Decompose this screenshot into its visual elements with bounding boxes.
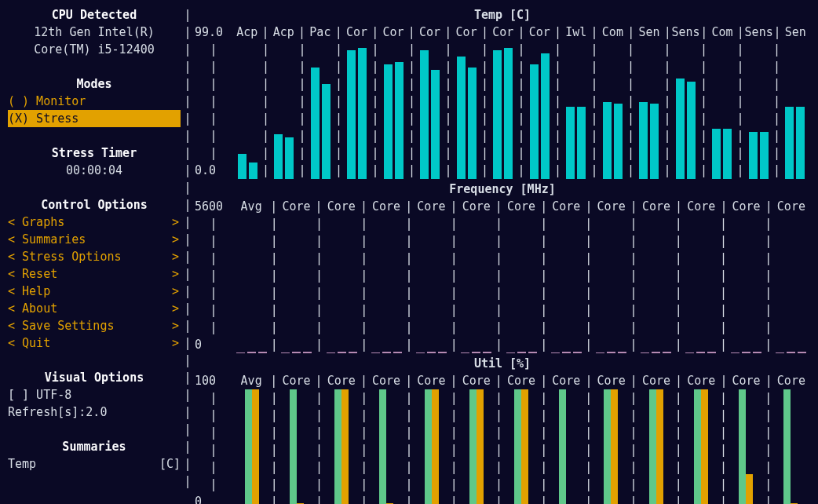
bars-column xyxy=(342,41,373,179)
chevron-right-icon: > xyxy=(172,300,179,317)
mode-stress-radio[interactable]: (X) Stress xyxy=(8,110,181,127)
column-separator: | xyxy=(481,24,488,41)
refresh-value[interactable]: Refresh[s]:2.0 xyxy=(8,404,181,421)
bars-column xyxy=(412,215,451,353)
divider-pipe: | xyxy=(184,41,191,58)
bar xyxy=(687,82,696,179)
column-separator: |||||||| xyxy=(299,41,305,179)
mode-monitor-radio[interactable]: ( ) Monitor xyxy=(8,93,181,110)
column-separator: |||||||| xyxy=(721,215,727,353)
control-summaries[interactable]: < Summaries > xyxy=(8,231,181,248)
control-label: < Quit xyxy=(8,334,50,352)
bars-column xyxy=(637,389,675,504)
bar xyxy=(707,352,716,353)
bars-column xyxy=(547,215,586,353)
control-about[interactable]: < About > xyxy=(8,300,181,317)
bars-column xyxy=(592,389,630,504)
divider-pipe: | xyxy=(184,438,191,455)
column-separator: | xyxy=(554,24,561,41)
bar xyxy=(796,107,805,179)
column-separator: |||||||| xyxy=(675,215,681,353)
control-help[interactable]: < Help > xyxy=(8,283,181,300)
divider-pipe: | xyxy=(184,110,191,127)
divider-pipe: | xyxy=(184,248,191,265)
utf8-checkbox[interactable]: [ ] UTF-8 xyxy=(8,386,181,404)
control-label: < Save Settings xyxy=(8,317,114,334)
control-reset[interactable]: < Reset > xyxy=(8,265,181,283)
column-separator: ||||||| xyxy=(451,389,457,504)
bar xyxy=(514,389,521,504)
bar xyxy=(604,389,611,504)
column-separator: |||||||| xyxy=(737,41,743,179)
column-label: Core xyxy=(777,198,805,215)
bar xyxy=(566,107,575,179)
bar xyxy=(712,129,721,179)
column-separator: |||||||| xyxy=(630,215,637,353)
bar xyxy=(341,389,349,504)
column-label: Core xyxy=(732,372,761,389)
control-label: < Stress Options xyxy=(8,248,122,265)
control-save-settings[interactable]: < Save Settings > xyxy=(8,317,181,334)
column-separator: ||||||| xyxy=(675,389,681,504)
bar xyxy=(258,352,267,353)
bars-column xyxy=(457,215,495,353)
bar xyxy=(731,352,739,353)
bar xyxy=(395,62,404,179)
util-chart: Util [%]100Avg|Core|Core|Core|Core|Core|… xyxy=(195,355,810,504)
bars-column xyxy=(232,215,271,353)
y-max-label: 99.0 xyxy=(195,24,232,41)
column-label: Acp xyxy=(273,24,294,41)
bar xyxy=(303,352,312,353)
divider-pipe: | xyxy=(184,162,191,179)
column-separator: | xyxy=(371,24,378,41)
column-separator: | xyxy=(408,24,415,41)
bars-column xyxy=(707,41,738,179)
column-separator: ||||||| xyxy=(361,389,367,504)
column-label: Core xyxy=(462,198,491,215)
column-separator: |||||||| xyxy=(555,41,561,179)
bars-column xyxy=(592,215,630,353)
bar xyxy=(382,352,391,353)
bar xyxy=(742,352,750,353)
bar xyxy=(650,104,659,179)
bar xyxy=(641,352,649,353)
chart-header-row: 5600Avg|Core|Core|Core|Core|Core|Core|Co… xyxy=(195,198,810,215)
summary-label: Temp xyxy=(8,455,36,473)
column-separator: | xyxy=(720,198,727,215)
vertical-divider: |||||||||||||||||||||||||||| xyxy=(181,6,195,498)
bar xyxy=(457,57,466,179)
chevron-right-icon: > xyxy=(172,231,179,248)
column-separator: | xyxy=(627,24,634,41)
control-stress-options[interactable]: < Stress Options > xyxy=(8,248,181,265)
column-separator: | xyxy=(444,24,451,41)
bar xyxy=(420,50,429,179)
bar xyxy=(432,389,439,504)
bar xyxy=(663,352,671,353)
bar xyxy=(238,154,246,179)
bars-column xyxy=(322,215,360,353)
bar xyxy=(416,352,425,353)
bar xyxy=(483,352,491,353)
y-min-label: 0 xyxy=(195,493,232,504)
column-separator: |||||||| xyxy=(316,215,322,353)
control-graphs[interactable]: < Graphs > xyxy=(8,214,181,231)
bar xyxy=(379,389,386,504)
column-separator: | xyxy=(405,198,412,215)
bar xyxy=(611,389,618,504)
column-separator: | xyxy=(316,198,323,215)
bars-column xyxy=(502,389,540,504)
bar xyxy=(349,352,357,353)
control-quit[interactable]: < Quit > xyxy=(8,334,181,352)
column-separator: |||||||| xyxy=(361,215,367,353)
column-separator: ||||||| xyxy=(271,389,277,504)
column-label: Cor xyxy=(346,24,367,41)
temp-chart: Temp [C]99.0Acp|Acp|Pac|Cor|Cor|Cor|Cor|… xyxy=(195,6,810,179)
column-separator: |||||||| xyxy=(451,215,457,353)
bar xyxy=(603,102,612,179)
divider-pipe: | xyxy=(184,386,191,404)
bars-column xyxy=(502,215,540,353)
column-separator: | xyxy=(630,372,637,389)
bar xyxy=(384,64,393,179)
divider-pipe: | xyxy=(184,265,191,283)
divider-pipe: | xyxy=(184,455,191,473)
